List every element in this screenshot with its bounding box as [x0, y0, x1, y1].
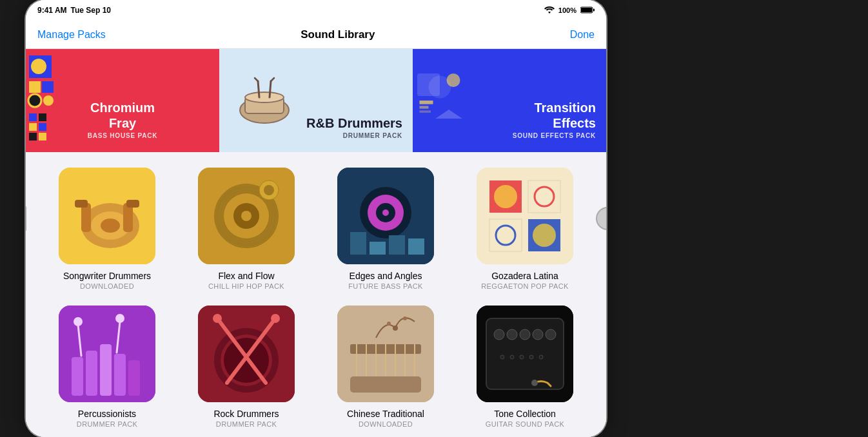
svg-point-107	[539, 355, 543, 359]
svg-point-7	[28, 94, 41, 107]
chromium-content: ChromiumFray Bass House Pack	[88, 100, 158, 139]
svg-rect-52	[350, 232, 366, 255]
svg-rect-36	[126, 200, 139, 208]
svg-point-108	[531, 380, 538, 386]
svg-point-104	[510, 355, 514, 359]
svg-rect-1	[581, 8, 592, 12]
svg-rect-55	[408, 238, 424, 255]
rnb-content: R&B Drummers Drummer Pack	[306, 115, 402, 139]
featured-row: ChromiumFray Bass House Pack	[26, 49, 606, 152]
svg-rect-68	[100, 344, 112, 396]
svg-point-17	[245, 92, 284, 102]
svg-rect-54	[389, 235, 405, 255]
svg-rect-11	[29, 123, 37, 131]
svg-point-102	[546, 329, 556, 340]
thumb-percussionists	[59, 306, 155, 402]
svg-rect-53	[370, 242, 386, 255]
pack-rock[interactable]: Rock Drummers Drummer Pack	[183, 306, 310, 428]
thumb-edges	[337, 168, 434, 264]
svg-point-61	[494, 185, 517, 208]
songwriter-name: Songwriter Drummers	[63, 271, 151, 281]
svg-rect-2	[593, 8, 595, 11]
battery-icon	[580, 6, 595, 15]
gozadera-type: Reggaeton Pop Pack	[481, 282, 569, 290]
svg-point-95	[387, 322, 391, 325]
svg-point-101	[533, 329, 543, 340]
svg-point-72	[74, 317, 83, 326]
manage-packs-button[interactable]: Manage Packs	[37, 29, 106, 41]
transition-content: TransitionEffects Sound Effects Pack	[513, 100, 596, 139]
rock-type: Drummer Pack	[216, 420, 277, 428]
svg-point-106	[529, 355, 533, 359]
wifi-icon	[544, 6, 555, 15]
battery: 100%	[558, 6, 577, 14]
svg-rect-66	[72, 357, 83, 396]
svg-rect-12	[39, 123, 46, 131]
svg-rect-5	[29, 81, 41, 93]
svg-line-21	[271, 78, 274, 81]
flex-type: Chill Hip Hop Pack	[208, 282, 284, 290]
flex-name: Flex and Flow	[218, 271, 274, 281]
svg-line-19	[270, 81, 271, 97]
pack-gozadera[interactable]: Gozadera Latina Reggaeton Pop Pack	[462, 168, 588, 290]
svg-rect-13	[29, 133, 37, 141]
svg-point-32	[101, 218, 120, 233]
svg-point-4	[31, 59, 46, 74]
svg-rect-6	[42, 81, 54, 93]
banner-rnb[interactable]: R&B Drummers Drummer Pack	[219, 49, 413, 152]
thumb-chinese	[337, 306, 434, 402]
svg-rect-26	[420, 110, 431, 113]
svg-rect-67	[86, 351, 97, 396]
time: 9:41 AM	[37, 6, 67, 15]
banner-chromium[interactable]: ChromiumFray Bass House Pack	[26, 49, 219, 152]
chinese-type: DOWNLOADED	[359, 420, 413, 428]
status-right: 100%	[544, 6, 595, 15]
svg-rect-69	[114, 354, 126, 396]
songwriter-type: DOWNLOADED	[80, 282, 134, 290]
svg-point-27	[447, 73, 460, 87]
rnb-subtitle: Drummer Pack	[306, 132, 402, 139]
svg-line-20	[255, 78, 258, 81]
svg-point-100	[520, 329, 530, 340]
date: Tue Sep 10	[71, 6, 111, 15]
pack-songwriter[interactable]: Songwriter Drummers DOWNLOADED	[44, 168, 170, 290]
svg-rect-14	[39, 133, 46, 141]
sound-library-title: Sound Library	[301, 28, 375, 41]
svg-rect-24	[420, 101, 433, 104]
pack-edges[interactable]: Edges and Angles Future Bass Pack	[322, 168, 449, 290]
edges-name: Edges and Angles	[350, 271, 422, 281]
svg-point-46	[264, 185, 274, 195]
chinese-name: Chinese Traditional	[347, 409, 424, 419]
pack-chinese[interactable]: Chinese Traditional DOWNLOADED	[322, 306, 449, 428]
thumb-gozadera	[477, 168, 573, 264]
svg-point-74	[115, 314, 124, 323]
pack-tone[interactable]: Tone Collection Guitar Sound Pack	[462, 306, 588, 428]
svg-point-94	[403, 316, 407, 320]
rnb-title: R&B Drummers	[306, 115, 402, 131]
svg-point-64	[533, 224, 556, 247]
transition-subtitle: Sound Effects Pack	[513, 132, 596, 139]
chromium-subtitle: Bass House Pack	[88, 132, 158, 139]
packs-grid: Songwriter Drummers DOWNLOADED	[26, 152, 606, 437]
status-bar: 9:41 AM Tue Sep 10 100%	[26, 0, 606, 21]
svg-point-51	[382, 209, 389, 216]
pack-flex[interactable]: Flex and Flow Chill Hip Hop Pack	[183, 168, 310, 290]
svg-marker-28	[435, 110, 462, 119]
content-area: ChromiumFray Bass House Pack	[26, 49, 606, 437]
percussionists-name: Percussionists	[78, 409, 136, 419]
svg-rect-59	[489, 219, 522, 251]
rock-name: Rock Drummers	[213, 409, 279, 419]
side-button[interactable]	[26, 206, 26, 231]
percussionists-type: Drummer Pack	[77, 420, 137, 428]
thumb-rock	[198, 306, 295, 402]
svg-rect-35	[75, 200, 88, 208]
svg-rect-84	[350, 376, 421, 393]
done-button[interactable]: Done	[570, 29, 595, 41]
svg-point-93	[393, 325, 398, 331]
screen: 9:41 AM Tue Sep 10 100% Manage Packs Sou…	[26, 0, 606, 437]
svg-point-105	[520, 355, 524, 359]
svg-rect-25	[420, 106, 429, 108]
pack-percussionists[interactable]: Percussionists Drummer Pack	[44, 306, 170, 428]
edges-type: Future Bass Pack	[348, 282, 423, 290]
banner-transition[interactable]: TransitionEffects Sound Effects Pack	[413, 49, 606, 152]
